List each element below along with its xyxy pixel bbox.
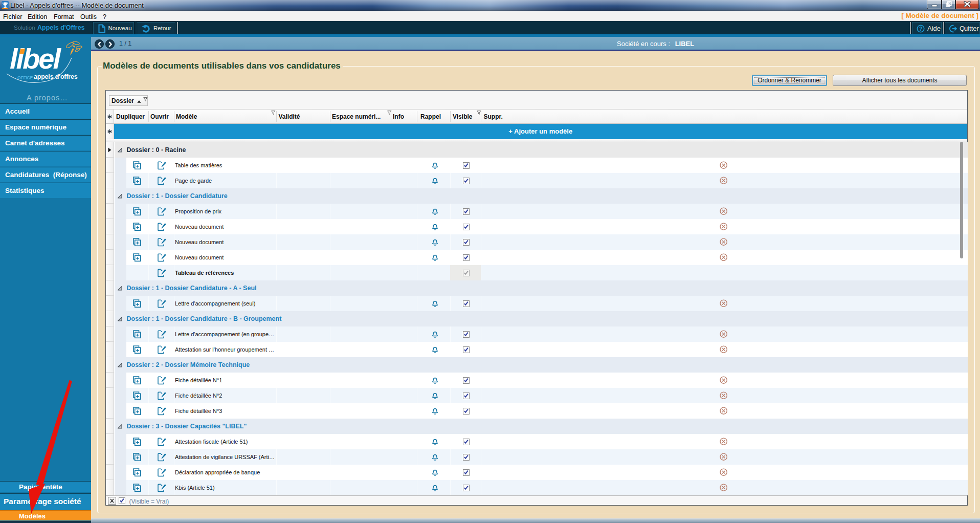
svg-text:?: ? bbox=[919, 26, 922, 31]
